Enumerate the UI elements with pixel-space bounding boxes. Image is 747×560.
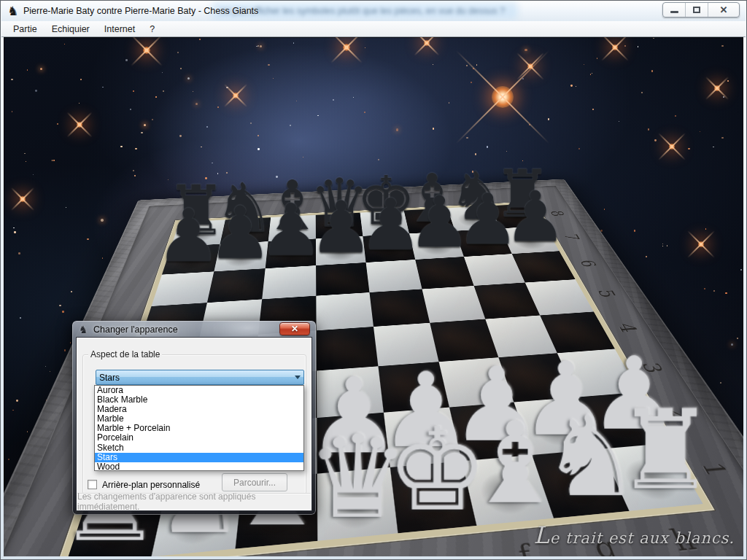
board-square-d8[interactable] [316,213,363,239]
combobox-value: Stars [96,373,291,383]
list-option-stars[interactable]: Stars [95,453,303,462]
list-option-wood[interactable]: Wood [95,462,303,471]
groupbox-label: Aspect de la table [88,349,162,359]
board-square-e7[interactable] [363,234,415,263]
menu-item-internet[interactable]: Internet [97,22,142,36]
rank-label-6: 6 [560,254,619,274]
board-square-b7[interactable] [214,241,268,271]
background-window-ghost-text: ne pas afficher les symboles plutôt que … [220,6,512,16]
board-square-a6[interactable] [152,272,214,307]
rank-label-8: 8 [532,206,584,222]
app-knight-icon[interactable]: ♞ [7,4,18,18]
list-option-sketch[interactable]: Sketch [95,443,303,453]
dialog-client-area: Aspect de la table Stars AuroraBlack Mar… [77,338,311,510]
board-square-c6[interactable] [262,265,316,299]
board-square-c8[interactable] [268,215,316,241]
close-button[interactable]: ✕ [708,3,739,17]
board-square-d6[interactable] [316,262,369,296]
appearance-dropdown-list: AuroraBlack MarbleMaderaMarbleMarble + P… [94,385,304,471]
browse-button[interactable]: Parcourir... [222,473,287,491]
board-square-e5[interactable] [369,289,430,327]
custom-background-checkbox[interactable] [88,480,97,489]
dialog-knight-icon: ♞ [79,324,88,335]
board-square-b8[interactable] [220,217,271,244]
board-square-b6[interactable] [207,269,266,303]
board-square-a7[interactable] [162,244,220,275]
rank-label-5: 5 [576,282,639,306]
board-square-a8[interactable] [171,220,225,247]
board-square-e8[interactable] [360,211,409,236]
combobox-dropdown-arrow[interactable] [291,376,303,379]
appearance-dialog: ♞ Changer l'apparence ✕ Aspect de la tab… [72,321,316,515]
board-square-d7[interactable] [316,236,366,265]
custom-background-label: Arrière-plan personnalisé [102,480,200,490]
board-square-d5[interactable] [316,292,374,330]
list-option-porcelain[interactable]: Porcelain [95,433,303,443]
board-square-c7[interactable] [266,239,316,269]
restore-button[interactable] [686,3,708,17]
minimize-icon [670,11,678,13]
menu-bar: PartieEchiquierInternet? [1,21,746,37]
app-window: ne pas afficher les symboles plutôt que … [0,0,747,560]
dialog-close-button[interactable]: ✕ [279,322,310,335]
dialog-title: Changer l'apparence [93,324,178,335]
dialog-status-text: Les changements d'apparence sont appliqu… [77,493,311,510]
menu-item-echiquier[interactable]: Echiquier [44,22,97,36]
title-bar[interactable]: ne pas afficher les symboles plutôt que … [1,1,746,21]
menu-item-partie[interactable]: Partie [6,22,44,36]
caption-button-group: ✕ [662,2,740,18]
window-title: Pierre-Marie Baty contre Pierre-Marie Ba… [23,6,258,16]
board-square-e6[interactable] [366,260,422,292]
close-icon: ✕ [720,5,728,15]
rank-label-7: 7 [545,228,600,246]
dialog-title-bar[interactable]: ♞ Changer l'apparence ✕ [72,321,316,338]
menu-item-[interactable]: ? [142,22,162,36]
table-aspect-combobox[interactable]: Stars [96,370,304,385]
restore-icon [693,7,700,13]
minimize-button[interactable] [663,3,686,17]
board-square-f7[interactable] [409,231,464,260]
board-square-f8[interactable] [404,209,455,234]
turn-status-text: Le trait est aux blancs. [534,521,735,549]
dialog-close-icon: ✕ [291,324,298,333]
list-option-madera[interactable]: Madera [95,405,303,414]
